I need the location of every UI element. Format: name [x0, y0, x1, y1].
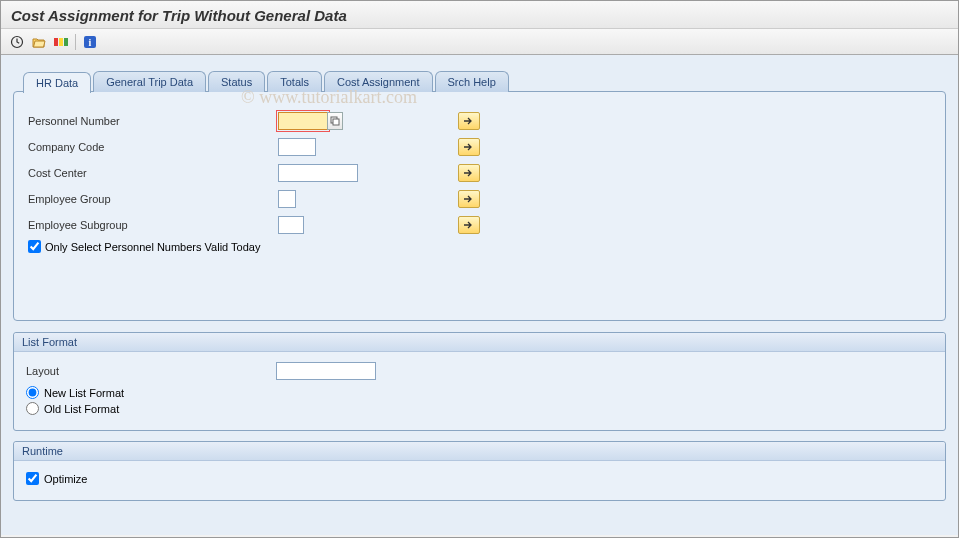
- toolbar: i: [1, 29, 958, 55]
- input-personnel-number[interactable]: [278, 112, 328, 130]
- svg-text:i: i: [89, 37, 92, 48]
- row-optimize: Optimize: [26, 472, 933, 485]
- tab-totals[interactable]: Totals: [267, 71, 322, 92]
- label-personnel-number: Personnel Number: [28, 115, 278, 127]
- tab-general-trip-data[interactable]: General Trip Data: [93, 71, 206, 92]
- tab-status[interactable]: Status: [208, 71, 265, 92]
- multi-select-employee-group[interactable]: [458, 190, 480, 208]
- get-variant-button[interactable]: [29, 33, 49, 51]
- label-optimize: Optimize: [44, 473, 87, 485]
- arrow-right-icon: [463, 142, 475, 152]
- row-layout: Layout: [26, 360, 933, 382]
- info-icon: i: [83, 35, 97, 49]
- page-title: Cost Assignment for Trip Without General…: [1, 1, 958, 29]
- radio-old-list-format[interactable]: [26, 402, 39, 415]
- checkbox-optimize[interactable]: [26, 472, 39, 485]
- selection-options-button[interactable]: [51, 33, 71, 51]
- input-layout[interactable]: [276, 362, 376, 380]
- input-employee-group[interactable]: [278, 190, 296, 208]
- group-header-list-format: List Format: [14, 333, 945, 352]
- group-runtime: Runtime Optimize: [13, 441, 946, 501]
- tab-panel-hr-data: Personnel Number Company Code Cost Cente…: [13, 91, 946, 321]
- tab-srch-help[interactable]: Srch Help: [435, 71, 509, 92]
- input-company-code[interactable]: [278, 138, 316, 156]
- execute-button[interactable]: [7, 33, 27, 51]
- label-cost-center: Cost Center: [28, 167, 278, 179]
- clock-execute-icon: [10, 35, 24, 49]
- multi-select-company-code[interactable]: [458, 138, 480, 156]
- folder-open-icon: [32, 35, 46, 49]
- row-company-code: Company Code: [28, 136, 931, 158]
- input-cost-center[interactable]: [278, 164, 358, 182]
- row-only-valid-today: Only Select Personnel Numbers Valid Toda…: [28, 240, 931, 253]
- label-only-valid-today: Only Select Personnel Numbers Valid Toda…: [45, 241, 260, 253]
- label-employee-group: Employee Group: [28, 193, 278, 205]
- arrow-right-icon: [463, 116, 475, 126]
- f4-personnel-number[interactable]: [327, 112, 343, 130]
- row-personnel-number: Personnel Number: [28, 110, 931, 132]
- input-employee-subgroup[interactable]: [278, 216, 304, 234]
- svg-rect-2: [59, 38, 63, 46]
- label-new-list-format: New List Format: [44, 387, 124, 399]
- multi-select-cost-center[interactable]: [458, 164, 480, 182]
- multi-select-personnel-number[interactable]: [458, 112, 480, 130]
- content-area: © www.tutorialkart.com HR Data General T…: [1, 55, 958, 535]
- tab-cost-assignment[interactable]: Cost Assignment: [324, 71, 433, 92]
- label-employee-subgroup: Employee Subgroup: [28, 219, 278, 231]
- arrow-right-icon: [463, 194, 475, 204]
- row-old-list-format: Old List Format: [26, 402, 933, 415]
- traffic-light-icon: [54, 35, 68, 49]
- svg-rect-7: [333, 119, 339, 125]
- row-new-list-format: New List Format: [26, 386, 933, 399]
- group-list-format: List Format Layout New List Format Old L…: [13, 332, 946, 431]
- search-help-icon: [330, 116, 340, 126]
- arrow-right-icon: [463, 220, 475, 230]
- radio-new-list-format[interactable]: [26, 386, 39, 399]
- info-button[interactable]: i: [80, 33, 100, 51]
- multi-select-employee-subgroup[interactable]: [458, 216, 480, 234]
- tab-hr-data[interactable]: HR Data: [23, 72, 91, 93]
- tab-strip: HR Data General Trip Data Status Totals …: [23, 71, 946, 92]
- checkbox-only-valid-today[interactable]: [28, 240, 41, 253]
- svg-rect-1: [54, 38, 58, 46]
- arrow-right-icon: [463, 168, 475, 178]
- label-layout: Layout: [26, 365, 276, 377]
- row-employee-subgroup: Employee Subgroup: [28, 214, 931, 236]
- label-old-list-format: Old List Format: [44, 403, 119, 415]
- row-cost-center: Cost Center: [28, 162, 931, 184]
- label-company-code: Company Code: [28, 141, 278, 153]
- group-header-runtime: Runtime: [14, 442, 945, 461]
- toolbar-separator: [75, 34, 76, 50]
- row-employee-group: Employee Group: [28, 188, 931, 210]
- svg-rect-3: [64, 38, 68, 46]
